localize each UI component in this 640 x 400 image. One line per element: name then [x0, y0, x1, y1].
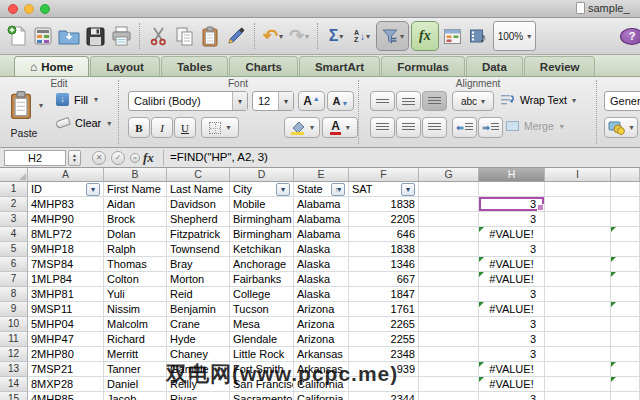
cell-I7[interactable] [545, 272, 611, 287]
undo-button[interactable]: ↶▾ [261, 21, 285, 51]
cell-B13[interactable]: Tanner [104, 362, 167, 377]
column-header-G[interactable]: G [419, 168, 479, 182]
cell-J6[interactable] [611, 257, 640, 272]
cell-J2[interactable] [611, 197, 640, 212]
cell-C4[interactable]: Fitzpatrick [167, 227, 230, 242]
cell-G2[interactable] [419, 197, 479, 212]
orientation-dropdown-arrow[interactable]: ▾ [481, 97, 485, 106]
cell-A3[interactable]: 4MHP90 [28, 212, 104, 227]
cell-J8[interactable] [611, 287, 640, 302]
print-button[interactable] [109, 21, 133, 51]
cell-A14[interactable]: 8MXP28 [28, 377, 104, 392]
cell-A5[interactable]: 9MHP18 [28, 242, 104, 257]
cell-F11[interactable]: 2255 [349, 332, 419, 347]
row-header-2[interactable]: 2 [0, 197, 28, 212]
cell-A4[interactable]: 8MLP72 [28, 227, 104, 242]
cell-H3[interactable]: 3 [479, 212, 545, 227]
increase-indent-button[interactable]: ⇒ [478, 117, 503, 138]
font-size-dropdown-arrow[interactable]: ▾ [278, 92, 293, 110]
cell-F15[interactable]: 2344 [349, 392, 419, 400]
column-header-overflow[interactable] [611, 168, 640, 182]
cell-C3[interactable]: Shepherd [167, 212, 230, 227]
cell-D2[interactable]: Mobile [230, 197, 294, 212]
cell-I12[interactable] [545, 347, 611, 362]
row-header-9[interactable]: 9 [0, 302, 28, 317]
font-name-dropdown-arrow[interactable]: ▾ [232, 92, 247, 110]
toolbox-button[interactable] [441, 21, 465, 51]
cell-B5[interactable]: Ralph [104, 242, 167, 257]
border-dropdown-arrow[interactable]: ▾ [226, 123, 230, 132]
media-browser-button[interactable]: ♪ [467, 21, 491, 51]
cell-C9[interactable]: Benjamin [167, 302, 230, 317]
cell-F6[interactable]: 1346 [349, 257, 419, 272]
align-top-button[interactable] [370, 91, 395, 111]
cell-D5[interactable]: Ketchikan [230, 242, 294, 257]
cell-F4[interactable]: 646 [349, 227, 419, 242]
cell-I5[interactable] [545, 242, 611, 257]
cell-G13[interactable] [419, 362, 479, 377]
cell-G15[interactable] [419, 392, 479, 400]
cell-H5[interactable]: 3 [479, 242, 545, 257]
cell-I1[interactable] [545, 182, 611, 197]
minimize-window-button[interactable] [24, 4, 34, 14]
cell-G5[interactable] [419, 242, 479, 257]
tab-layout[interactable]: Layout [90, 56, 160, 76]
cell-D10[interactable]: Mesa [230, 317, 294, 332]
cell-C8[interactable]: Reid [167, 287, 230, 302]
copy-button[interactable] [172, 21, 196, 51]
cell-I2[interactable] [545, 197, 611, 212]
cell-H10[interactable]: 3 [479, 317, 545, 332]
cell-I4[interactable] [545, 227, 611, 242]
cell-B7[interactable]: Colton [104, 272, 167, 287]
cell-C15[interactable]: Rivas [167, 392, 230, 400]
align-middle-button[interactable] [396, 91, 421, 111]
cell-D15[interactable]: Sacramento [230, 392, 294, 400]
formula-input[interactable]: =FIND("HP", A2, 3) [170, 151, 268, 163]
italic-button[interactable]: I [151, 117, 173, 138]
cell-A1[interactable]: ID▾ [28, 182, 104, 197]
help-button[interactable]: ? [620, 28, 640, 45]
currency-format-button[interactable]: ▾ [604, 117, 638, 138]
filter-sort-button-state[interactable]: ↑▾ [331, 183, 345, 196]
fill-color-dropdown-arrow[interactable]: ▾ [310, 123, 314, 132]
row-header-12[interactable]: 12 [0, 347, 28, 362]
shrink-font-button[interactable]: A▼ [327, 91, 354, 111]
cell-I14[interactable] [545, 377, 611, 392]
cell-D9[interactable]: Tucson [230, 302, 294, 317]
paste-button[interactable] [198, 21, 222, 51]
filter-button[interactable]: ▾ [376, 21, 409, 51]
cell-D3[interactable]: Birmingham [230, 212, 294, 227]
row-header-10[interactable]: 10 [0, 317, 28, 332]
cell-D1[interactable]: City▾ [230, 182, 294, 197]
close-window-button[interactable] [8, 4, 18, 14]
cell-E3[interactable]: Alabama [294, 212, 349, 227]
cell-A9[interactable]: 9MSP11 [28, 302, 104, 317]
cell-J11[interactable] [611, 332, 640, 347]
cell-B8[interactable]: Yuli [104, 287, 167, 302]
cell-I13[interactable] [545, 362, 611, 377]
cell-D6[interactable]: Anchorage [230, 257, 294, 272]
cell-C1[interactable]: Last Name▾ [167, 182, 230, 197]
cell-C5[interactable]: Townsend [167, 242, 230, 257]
cell-G12[interactable] [419, 347, 479, 362]
column-header-A[interactable]: A [28, 168, 104, 182]
filter-dropdown-arrow[interactable]: ▾ [400, 32, 404, 41]
row-header-4[interactable]: 4 [0, 227, 28, 242]
cell-D11[interactable]: Glendale [230, 332, 294, 347]
cell-A7[interactable]: 1MLP84 [28, 272, 104, 287]
cell-J13[interactable] [611, 362, 640, 377]
cell-B4[interactable]: Dolan [104, 227, 167, 242]
cell-D7[interactable]: Fairbanks [230, 272, 294, 287]
cell-J12[interactable] [611, 347, 640, 362]
border-button[interactable]: ▾ [201, 117, 239, 138]
cell-F7[interactable]: 667 [349, 272, 419, 287]
row-header-5[interactable]: 5 [0, 242, 28, 257]
cell-J4[interactable] [611, 227, 640, 242]
cell-B12[interactable]: Merritt [104, 347, 167, 362]
clear-button[interactable]: Clear ▾ [56, 117, 111, 129]
cell-G3[interactable] [419, 212, 479, 227]
font-color-button[interactable]: A ▾ [322, 117, 358, 138]
cell-H1[interactable] [479, 182, 545, 197]
row-header-1[interactable]: 1 [0, 182, 28, 197]
cell-H11[interactable]: 3 [479, 332, 545, 347]
